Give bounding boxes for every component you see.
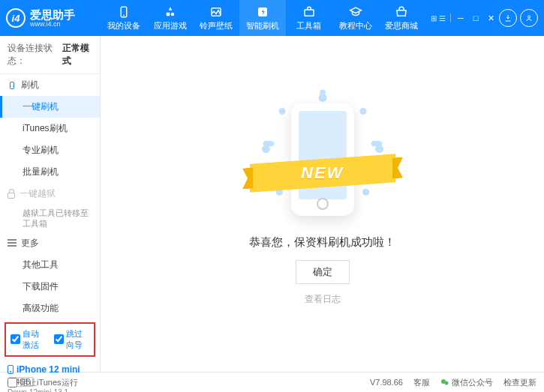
device-name: iPhone 12 mini: [17, 364, 80, 375]
customer-service-link[interactable]: 客服: [413, 377, 430, 388]
svg-rect-6: [11, 82, 14, 88]
device-icon: [117, 5, 131, 19]
wechat-icon: [440, 378, 449, 387]
toolbox-icon: [302, 5, 316, 19]
status-value: 正常模式: [62, 42, 92, 67]
apps-icon: [164, 5, 177, 19]
nav-label: 铃声壁纸: [200, 20, 233, 31]
list-icon: [8, 242, 17, 244]
device-subtitle: Down-12mini-13,1: [8, 388, 92, 392]
nav-smart-flash[interactable]: 智能刷机: [239, 0, 286, 36]
window-controls: ⊞ ☰ ─ □ ✕: [431, 13, 496, 23]
sidebar-jailbreak-header: 一键越狱: [0, 183, 100, 205]
main-content: NEW 恭喜您，保资料刷机成功啦！ 确定 查看日志: [101, 36, 544, 372]
auto-activate-checkbox[interactable]: 自动激活: [11, 328, 47, 351]
tutorial-icon: [349, 5, 362, 19]
section-label: 刷机: [21, 79, 39, 91]
checkbox-input[interactable]: [11, 334, 20, 344]
lock-icon: [8, 193, 15, 199]
user-button[interactable]: [520, 9, 538, 27]
phone-icon: [8, 365, 14, 374]
minimize-button[interactable]: ─: [455, 13, 466, 22]
svg-point-13: [278, 108, 285, 115]
jailbreak-note: 越狱工具已转移至工具箱: [0, 205, 100, 232]
grid-icon[interactable]: ⊞ ☰: [431, 14, 446, 22]
titlebar: i4 爱思助手 www.i4.cn 我的设备 应用游戏 铃声壁纸 智能刷机 工具…: [0, 0, 544, 36]
top-nav: 我的设备 应用游戏 铃声壁纸 智能刷机 工具箱 教程中心 爱思商城: [101, 0, 425, 36]
checkbox-label: 阻止iTunes运行: [20, 377, 78, 388]
svg-rect-14: [320, 90, 325, 100]
nav-apps-games[interactable]: 应用游戏: [147, 0, 194, 36]
wallpaper-icon: [209, 5, 223, 19]
view-log-link[interactable]: 查看日志: [305, 293, 341, 306]
confirm-button[interactable]: 确定: [296, 260, 350, 284]
checkbox-label: 自动激活: [23, 328, 47, 351]
wechat-link[interactable]: 微信公众号: [440, 377, 493, 388]
svg-point-8: [359, 108, 366, 115]
block-itunes-checkbox[interactable]: 阻止iTunes运行: [8, 377, 78, 388]
svg-point-5: [528, 16, 530, 18]
maximize-button[interactable]: □: [470, 13, 481, 22]
svg-rect-16: [263, 141, 273, 146]
flash-icon: [256, 5, 269, 19]
sidebar: 设备连接状态： 正常模式 刷机 一键刷机 iTunes刷机 专业刷机 批量刷机 …: [0, 36, 101, 372]
sidebar-item-advanced[interactable]: 高级功能: [0, 298, 100, 319]
nav-label: 智能刷机: [246, 20, 279, 31]
store-icon: [395, 5, 408, 19]
app-name: 爱思助手: [30, 9, 75, 20]
download-button[interactable]: [499, 9, 517, 27]
svg-rect-4: [305, 10, 314, 16]
device-name-row: iPhone 12 mini: [8, 364, 92, 375]
svg-point-10: [362, 189, 369, 196]
sidebar-item-pro-flash[interactable]: 专业刷机: [0, 139, 100, 161]
app-url: www.i4.cn: [30, 20, 75, 28]
link-label: 微信公众号: [452, 377, 493, 388]
checkbox-input[interactable]: [8, 378, 17, 388]
nav-store[interactable]: 爱思商城: [379, 0, 425, 36]
checkbox-label: 跳过向导: [66, 328, 90, 351]
connection-status: 设备连接状态： 正常模式: [0, 36, 100, 74]
nav-tutorials[interactable]: 教程中心: [332, 0, 379, 36]
success-message: 恭喜您，保资料刷机成功啦！: [249, 235, 395, 250]
nav-label: 应用游戏: [154, 20, 187, 31]
sidebar-item-download-firmware[interactable]: 下载固件: [0, 276, 100, 298]
nav-label: 爱思商城: [385, 20, 418, 31]
nav-toolbox[interactable]: 工具箱: [286, 0, 332, 36]
nav-ringtones-wallpapers[interactable]: 铃声壁纸: [194, 0, 240, 36]
sidebar-item-oneclick-flash[interactable]: 一键刷机: [0, 96, 100, 118]
section-label: 一键越狱: [20, 187, 56, 200]
skip-guide-checkbox[interactable]: 跳过向导: [54, 328, 90, 351]
separator: [450, 13, 451, 22]
check-update-link[interactable]: 检查更新: [503, 377, 536, 388]
logo-icon: i4: [6, 8, 26, 28]
success-illustration: NEW: [244, 87, 401, 222]
status-label: 设备连接状态：: [8, 42, 59, 67]
sidebar-item-other-tools[interactable]: 其他工具: [0, 254, 100, 276]
svg-rect-15: [371, 141, 381, 146]
sidebar-more-header[interactable]: 更多: [0, 232, 100, 254]
sidebar-flash-header[interactable]: 刷机: [0, 74, 100, 96]
nav-label: 工具箱: [296, 20, 321, 31]
svg-point-18: [445, 382, 449, 385]
app-logo: i4 爱思助手 www.i4.cn: [6, 8, 101, 28]
sidebar-item-itunes-flash[interactable]: iTunes刷机: [0, 118, 100, 139]
nav-label: 教程中心: [339, 20, 372, 31]
close-button[interactable]: ✕: [485, 13, 496, 23]
nav-my-device[interactable]: 我的设备: [101, 0, 147, 36]
sidebar-item-batch-flash[interactable]: 批量刷机: [0, 161, 100, 183]
checkbox-input[interactable]: [54, 334, 64, 344]
version-text: V7.98.66: [370, 378, 403, 387]
ribbon-text: NEW: [301, 163, 344, 183]
nav-label: 我的设备: [107, 20, 140, 31]
highlighted-checkbox-area: 自动激活 跳过向导: [5, 322, 95, 357]
section-label: 更多: [21, 237, 39, 250]
